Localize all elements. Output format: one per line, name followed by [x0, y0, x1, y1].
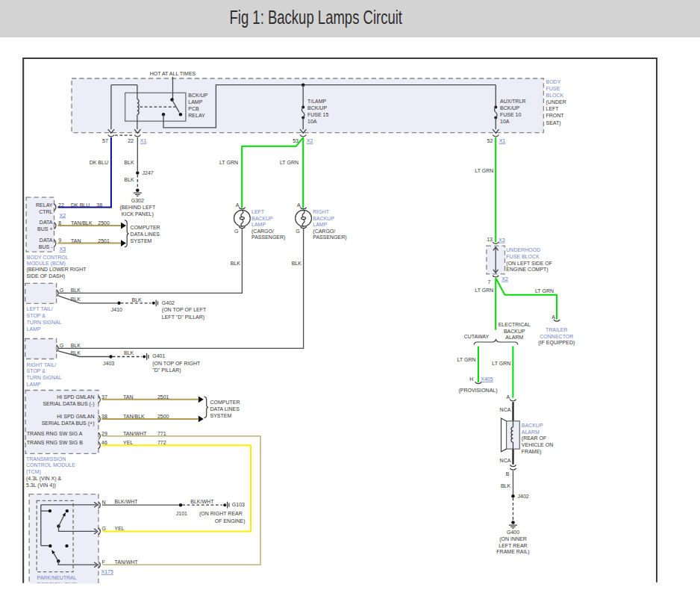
- svg-text:DATA: DATA: [40, 238, 53, 243]
- svg-text:HI SPD GMLAN: HI SPD GMLAN: [57, 414, 94, 419]
- svg-text:LT GRN: LT GRN: [475, 288, 493, 293]
- svg-text:TRAILER: TRAILER: [546, 327, 568, 332]
- svg-text:2500: 2500: [157, 414, 169, 419]
- svg-text:(CARGO/: (CARGO/: [251, 229, 274, 235]
- svg-text:(BEHIND LOWER RIGHT: (BEHIND LOWER RIGHT: [26, 267, 87, 273]
- svg-text:RELAY: RELAY: [36, 202, 53, 208]
- svg-text:TAN: TAN: [123, 394, 133, 400]
- svg-text:COMPUTER: COMPUTER: [131, 225, 160, 230]
- svg-text:AUX/TRLR: AUX/TRLR: [500, 99, 526, 104]
- svg-text:DATA LINES: DATA LINES: [131, 232, 160, 237]
- svg-text:LAMP: LAMP: [188, 99, 202, 105]
- svg-text:SERIAL DATA BUS (+): SERIAL DATA BUS (+): [42, 420, 95, 426]
- svg-text:46: 46: [101, 440, 107, 445]
- svg-text:"D" PILLAR): "D" PILLAR): [152, 367, 181, 373]
- svg-text:J410: J410: [111, 307, 122, 312]
- svg-text:T/LAMP: T/LAMP: [307, 99, 327, 104]
- svg-text:PARK/NEUTRAL: PARK/NEUTRAL: [37, 575, 77, 580]
- svg-text:BLK: BLK: [71, 343, 81, 348]
- svg-text:X405: X405: [481, 376, 493, 382]
- svg-text:2501: 2501: [157, 394, 169, 400]
- svg-text:G: G: [60, 288, 63, 293]
- svg-text:13: 13: [487, 237, 493, 242]
- svg-text:(ON INNER: (ON INNER: [499, 536, 527, 542]
- svg-text:G103: G103: [232, 502, 245, 507]
- svg-text:BLK: BLK: [501, 483, 511, 488]
- svg-text:TRANS RNG SW SIG A: TRANS RNG SW SIG A: [27, 431, 83, 436]
- svg-text:LT GRN: LT GRN: [492, 361, 510, 366]
- svg-text:CONNECTOR: CONNECTOR: [540, 334, 573, 339]
- svg-text:LAMP: LAMP: [313, 222, 327, 227]
- svg-text:A: A: [236, 202, 240, 208]
- svg-text:TRANS RNG SW SIG B: TRANS RNG SW SIG B: [27, 440, 83, 445]
- svg-text:B: B: [506, 471, 510, 477]
- svg-text:37: 37: [101, 394, 107, 400]
- svg-text:BLK: BLK: [132, 297, 143, 302]
- svg-text:LEFT TAIL/: LEFT TAIL/: [27, 306, 53, 311]
- svg-text:STOP &: STOP &: [27, 313, 46, 318]
- svg-text:TAN/WHT: TAN/WHT: [123, 431, 147, 436]
- svg-text:FUSE BLOCK: FUSE BLOCK: [506, 254, 540, 259]
- svg-text:PASSENGER): PASSENGER): [313, 235, 346, 240]
- svg-text:LEFT: LEFT: [546, 106, 560, 111]
- svg-text:LAMP: LAMP: [27, 382, 41, 387]
- svg-text:BACKUP: BACKUP: [313, 216, 334, 221]
- svg-text:38: 38: [101, 414, 107, 419]
- svg-text:J101: J101: [176, 511, 187, 516]
- svg-text:7: 7: [488, 279, 491, 285]
- svg-text:CONTROL MODULE: CONTROL MODULE: [26, 462, 75, 468]
- svg-text:38: 38: [96, 202, 102, 208]
- svg-text:SERIAL DATA BUS (-): SERIAL DATA BUS (-): [43, 401, 94, 407]
- svg-text:SEAT): SEAT): [546, 120, 561, 126]
- svg-text:PASSENGER): PASSENGER): [251, 235, 285, 240]
- svg-text:A: A: [297, 202, 301, 208]
- svg-text:G: G: [296, 229, 299, 234]
- svg-text:J247: J247: [143, 170, 154, 176]
- svg-text:(4.3L (VIN X) &: (4.3L (VIN X) &: [26, 476, 62, 482]
- svg-text:(PROVISIONAL): (PROVISIONAL): [458, 388, 497, 394]
- svg-text:G400: G400: [507, 530, 519, 535]
- svg-text:BACKUP: BACKUP: [522, 423, 543, 428]
- svg-text:J402: J402: [518, 494, 529, 499]
- svg-text:OF ENGINE): OF ENGINE): [215, 518, 246, 524]
- svg-text:UNDERHOOD: UNDERHOOD: [506, 247, 540, 252]
- svg-text:G: G: [102, 526, 106, 531]
- svg-text:(ON LEFT SIDE OF: (ON LEFT SIDE OF: [506, 261, 552, 267]
- svg-text:53: 53: [293, 138, 299, 143]
- svg-text:DK BLU: DK BLU: [90, 160, 108, 165]
- svg-text:YEL: YEL: [115, 526, 125, 531]
- svg-text:BLK: BLK: [125, 160, 135, 165]
- svg-text:TAN/WHT: TAN/WHT: [115, 559, 139, 565]
- svg-text:(BEHIND LEFT: (BEHIND LEFT: [119, 205, 156, 211]
- svg-text:A: A: [551, 314, 555, 320]
- svg-text:TAN/BLK: TAN/BLK: [123, 414, 145, 419]
- svg-text:10A: 10A: [500, 119, 510, 124]
- svg-text:NCA: NCA: [500, 407, 511, 412]
- svg-text:YEL: YEL: [123, 440, 133, 445]
- svg-text:BACKUP: BACKUP: [251, 216, 273, 221]
- svg-text:COMPUTER: COMPUTER: [210, 400, 240, 405]
- svg-text:TAN/BLK: TAN/BLK: [71, 220, 93, 226]
- svg-text:BLK: BLK: [231, 261, 241, 266]
- svg-text:BODY: BODY: [546, 79, 561, 84]
- svg-text:HOT AT ALL TIMES: HOT AT ALL TIMES: [150, 71, 196, 76]
- svg-text:TURN SIGNAL: TURN SIGNAL: [27, 375, 62, 380]
- svg-text:BLK: BLK: [71, 288, 81, 293]
- svg-text:J403: J403: [103, 361, 114, 366]
- svg-text:SIDE OF DASH): SIDE OF DASH): [26, 273, 65, 279]
- svg-text:(CARGO/: (CARGO/: [313, 229, 335, 235]
- svg-text:MODULE (BCM): MODULE (BCM): [27, 261, 66, 267]
- svg-text:BLK: BLK: [292, 261, 302, 266]
- svg-text:9: 9: [58, 238, 61, 243]
- svg-text:5.3L (VIN 4)): 5.3L (VIN 4)): [26, 482, 56, 488]
- svg-text:CUTAWAY: CUTAWAY: [464, 334, 490, 339]
- svg-text:LEFT "D" PILLAR): LEFT "D" PILLAR): [162, 314, 204, 320]
- svg-text:G401: G401: [152, 353, 165, 359]
- svg-text:LAMP: LAMP: [27, 326, 41, 332]
- svg-text:PCB: PCB: [188, 106, 199, 111]
- svg-text:NCA: NCA: [500, 458, 511, 463]
- svg-text:F: F: [102, 559, 105, 565]
- svg-text:DK BLU: DK BLU: [71, 202, 90, 208]
- svg-text:771: 771: [157, 431, 166, 436]
- svg-text:LT GRN: LT GRN: [475, 168, 493, 173]
